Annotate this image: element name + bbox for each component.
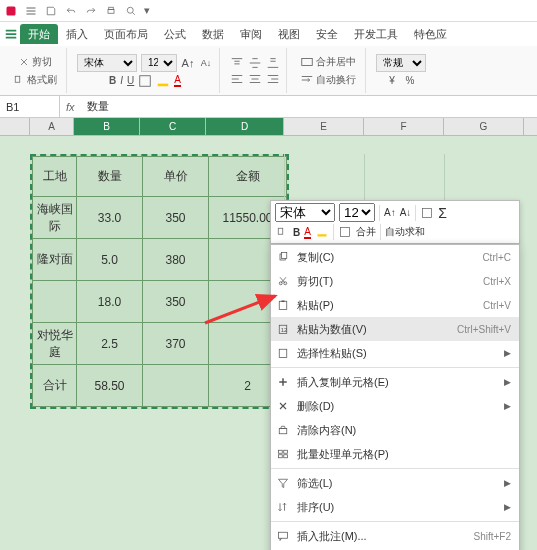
border-icon[interactable]: [138, 74, 152, 88]
col-header-D[interactable]: D: [206, 118, 284, 135]
cell[interactable]: 5.0: [77, 239, 143, 281]
col-header-E[interactable]: E: [284, 118, 364, 135]
insert-icon: [277, 376, 289, 388]
mini-autosum-button[interactable]: Σ: [438, 205, 447, 221]
menu-item-paste-val[interactable]: 12粘贴为数值(V)Ctrl+Shift+V: [271, 317, 519, 341]
mini-merge-button[interactable]: 合并: [356, 225, 376, 239]
italic-button[interactable]: I: [120, 75, 123, 86]
tab-8[interactable]: 开发工具: [346, 24, 406, 44]
tab-3[interactable]: 公式: [156, 24, 194, 44]
menu-item-filter[interactable]: 筛选(L)▶: [271, 471, 519, 495]
mini-border2-icon[interactable]: [338, 225, 352, 239]
column-headers: ABCDEFG: [0, 118, 537, 136]
cut-button[interactable]: 剪切: [15, 54, 55, 70]
align-right-icon[interactable]: [266, 72, 280, 86]
wrap-text-button[interactable]: 自动换行: [297, 72, 359, 88]
number-format-select[interactable]: 常规: [376, 54, 426, 72]
tab-5[interactable]: 审阅: [232, 24, 270, 44]
cell[interactable]: 33.0: [77, 197, 143, 239]
cell[interactable]: 2.5: [77, 323, 143, 365]
cell[interactable]: 海峡国际: [33, 197, 77, 239]
tab-6[interactable]: 视图: [270, 24, 308, 44]
menu-item-batch[interactable]: 批量处理单元格(P): [271, 442, 519, 466]
merge-center-button[interactable]: 合并居中: [297, 54, 359, 70]
formula-input[interactable]: 数量: [81, 99, 537, 114]
tab-0[interactable]: 开始: [20, 24, 58, 44]
redo-icon[interactable]: [84, 4, 98, 18]
underline-button[interactable]: U: [127, 75, 134, 86]
mini-toolbar: 宋体 12 A↑ A↓ Σ B A 合并 自动求和: [270, 200, 520, 244]
menu-item-delete[interactable]: 删除(D)▶: [271, 394, 519, 418]
mini-format-painter-icon[interactable]: [275, 225, 289, 239]
cell[interactable]: [143, 365, 209, 407]
menu-separator: [271, 521, 519, 522]
col-header-B[interactable]: B: [74, 118, 140, 135]
more-icon[interactable]: ▾: [144, 4, 150, 17]
decrease-font-icon[interactable]: A↓: [199, 56, 213, 70]
tab-2[interactable]: 页面布局: [96, 24, 156, 44]
name-box[interactable]: B1: [0, 96, 60, 117]
mini-font-select[interactable]: 宋体: [275, 203, 335, 222]
bold-button[interactable]: B: [109, 75, 116, 86]
fill-color-icon[interactable]: [156, 74, 170, 88]
align-center-icon[interactable]: [248, 72, 262, 86]
mini-fill-icon[interactable]: [315, 225, 329, 239]
preview-icon[interactable]: [124, 4, 138, 18]
mini-size-select[interactable]: 12: [339, 203, 375, 222]
align-bottom-icon[interactable]: [266, 56, 280, 70]
menu-item-cut[interactable]: 剪切(T)Ctrl+X: [271, 269, 519, 293]
font-name-select[interactable]: 宋体: [77, 54, 137, 72]
cell[interactable]: 350: [143, 197, 209, 239]
cell[interactable]: 370: [143, 323, 209, 365]
mini-border-icon[interactable]: [420, 206, 434, 220]
format-painter-button[interactable]: 格式刷: [10, 72, 60, 88]
mini-decrease-font-icon[interactable]: A↓: [400, 207, 412, 218]
cell[interactable]: 隆对面: [33, 239, 77, 281]
save-icon[interactable]: [44, 4, 58, 18]
tab-1[interactable]: 插入: [58, 24, 96, 44]
col-header-A[interactable]: A: [30, 118, 74, 135]
menu-label: 粘贴为数值(V): [297, 322, 367, 337]
mini-increase-font-icon[interactable]: A↑: [384, 207, 396, 218]
cell[interactable]: 58.50: [77, 365, 143, 407]
align-middle-icon[interactable]: [248, 56, 262, 70]
select-all-corner[interactable]: [0, 118, 30, 135]
col-header-F[interactable]: F: [364, 118, 444, 135]
font-size-select[interactable]: 12: [141, 54, 177, 72]
menu-icon[interactable]: [24, 4, 38, 18]
menu-item-copy[interactable]: 复制(C)Ctrl+C: [271, 245, 519, 269]
tab-4[interactable]: 数据: [194, 24, 232, 44]
font-color-button[interactable]: A: [174, 74, 181, 87]
col-header-C[interactable]: C: [140, 118, 206, 135]
align-top-icon[interactable]: [230, 56, 244, 70]
mini-bold-button[interactable]: B: [293, 227, 300, 238]
print-icon[interactable]: [104, 4, 118, 18]
menu-item-insert[interactable]: 插入复制单元格(E)▶: [271, 370, 519, 394]
increase-font-icon[interactable]: A↑: [181, 56, 195, 70]
menu-item-clear[interactable]: 清除内容(N): [271, 418, 519, 442]
col-header-G[interactable]: G: [444, 118, 524, 135]
menu-label: 粘贴(P): [297, 298, 334, 313]
tab-7[interactable]: 安全: [308, 24, 346, 44]
menu-shortcut: Shift+F2: [473, 531, 511, 542]
menu-item-sort[interactable]: 排序(U)▶: [271, 495, 519, 519]
currency-icon[interactable]: ¥: [385, 74, 399, 88]
cell[interactable]: 350: [143, 281, 209, 323]
undo-icon[interactable]: [64, 4, 78, 18]
cell[interactable]: 18.0: [77, 281, 143, 323]
comment-icon: [277, 530, 289, 542]
cell[interactable]: 合计: [33, 365, 77, 407]
mini-font-color-button[interactable]: A: [304, 226, 311, 239]
menu-item-comment[interactable]: 插入批注(M)...Shift+F2: [271, 524, 519, 548]
align-left-icon[interactable]: [230, 72, 244, 86]
mini-autosum-label[interactable]: 自动求和: [385, 225, 425, 239]
fx-icon[interactable]: fx: [60, 101, 81, 113]
menu-item-paste[interactable]: 粘贴(P)Ctrl+V: [271, 293, 519, 317]
file-menu-icon[interactable]: [4, 27, 18, 41]
cell[interactable]: 对悦华庭: [33, 323, 77, 365]
cell[interactable]: 380: [143, 239, 209, 281]
percent-icon[interactable]: %: [403, 74, 417, 88]
cell[interactable]: [33, 281, 77, 323]
tab-9[interactable]: 特色应: [406, 24, 455, 44]
menu-item-paste-special[interactable]: 选择性粘贴(S)▶: [271, 341, 519, 365]
